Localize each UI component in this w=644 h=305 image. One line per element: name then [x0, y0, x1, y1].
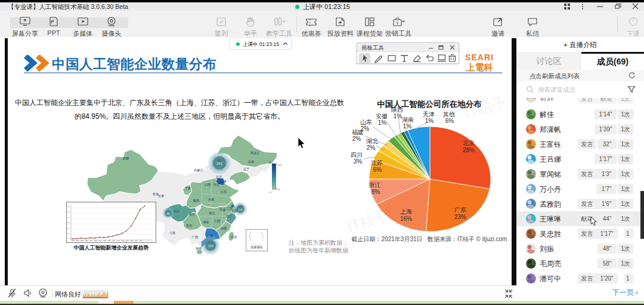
svg-text:241: 241: [216, 162, 223, 165]
svg-text:上海: 上海: [231, 209, 237, 213]
svg-text:内蒙古: 内蒙古: [194, 168, 203, 172]
svg-text:湖南: 湖南: [203, 220, 209, 224]
svg-text:浙江: 浙江: [226, 214, 232, 218]
svg-text:134: 134: [208, 244, 213, 248]
svg-text:湖北: 湖北: [209, 211, 215, 215]
svg-text:138: 138: [239, 208, 243, 211]
svg-text:辽宁: 辽宁: [243, 167, 249, 171]
svg-text:少: 少: [269, 191, 272, 193]
svg-text:山西: 山西: [205, 183, 211, 186]
svg-text:吉林: 吉林: [247, 160, 255, 164]
svg-text:山东: 山东: [221, 190, 227, 193]
svg-text:宁夏: 宁夏: [185, 186, 191, 190]
svg-text:100: 100: [277, 164, 282, 167]
svg-text:陕西: 陕西: [193, 199, 200, 202]
svg-text:安徽: 安徽: [219, 208, 225, 212]
svg-text:天津: 天津: [220, 180, 227, 184]
svg-text:海南: 海南: [196, 247, 202, 251]
svg-text:上海: 上海: [238, 205, 243, 208]
svg-text:台湾: 台湾: [231, 235, 237, 239]
svg-text:新疆: 新疆: [123, 156, 129, 160]
svg-text:河北: 河北: [213, 183, 220, 187]
svg-text:P: P: [51, 19, 54, 24]
svg-text:多: 多: [269, 161, 271, 164]
svg-text:甘肃: 甘肃: [158, 194, 165, 198]
svg-text:云南: 云南: [169, 231, 175, 235]
svg-text:广东: 广东: [206, 234, 213, 238]
svg-text:贵州: 贵州: [186, 224, 192, 227]
svg-text:黑龙江: 黑龙江: [250, 151, 260, 155]
svg-text:88: 88: [166, 212, 170, 215]
svg-text:北京: 北京: [215, 175, 222, 179]
svg-text:重庆: 重庆: [189, 212, 195, 216]
svg-text:福建: 福建: [221, 226, 227, 230]
svg-text:南海诸岛: 南海诸岛: [251, 245, 263, 249]
svg-text:广西: 广西: [191, 235, 199, 239]
svg-text:江西: 江西: [214, 219, 221, 223]
svg-text:河南: 河南: [208, 198, 214, 202]
svg-text:10: 10: [277, 188, 280, 191]
svg-text:四川: 四川: [174, 210, 179, 213]
